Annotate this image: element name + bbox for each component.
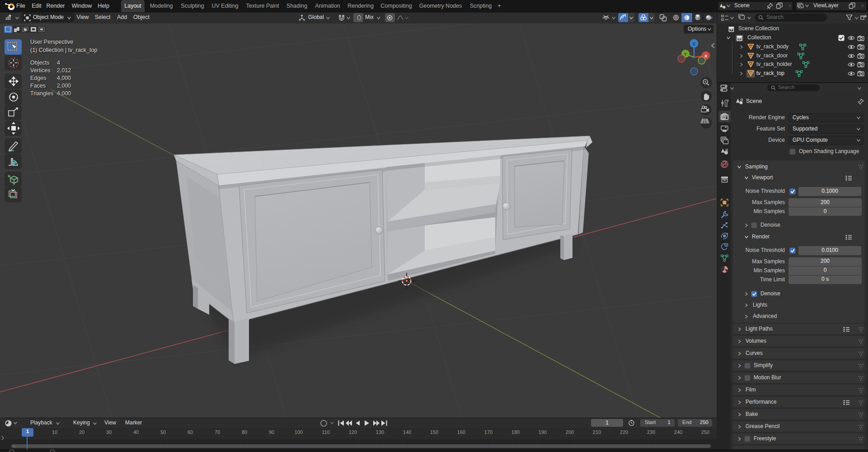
svg-text:Y: Y [684, 52, 687, 56]
svg-text:Z: Z [693, 42, 695, 46]
svg-text:X: X [704, 54, 707, 58]
